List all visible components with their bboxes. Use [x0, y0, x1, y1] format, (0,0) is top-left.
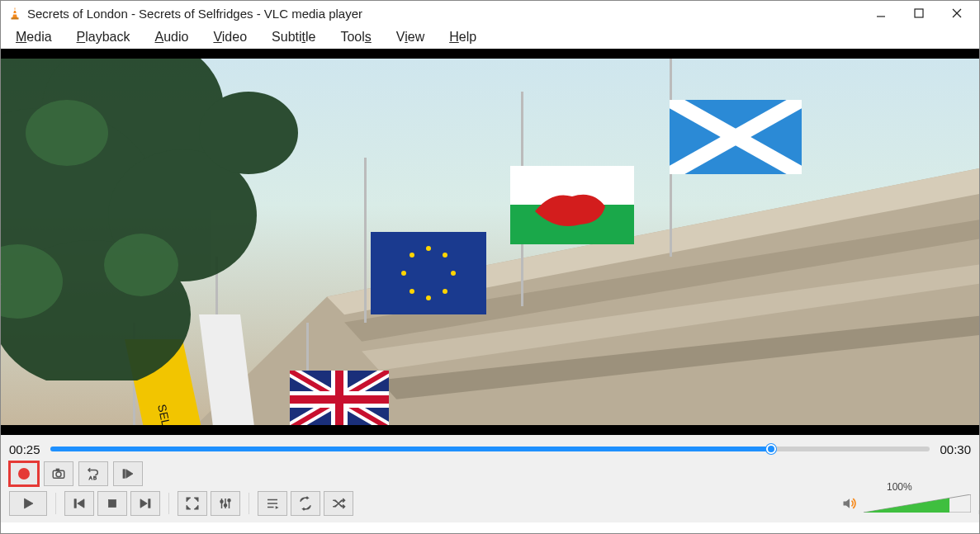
previous-button[interactable]	[64, 491, 94, 516]
shuffle-button[interactable]	[324, 491, 353, 516]
svg-rect-56	[109, 500, 116, 508]
controls-panel: 00:25 00:30 A B	[1, 435, 979, 522]
window-title: Secrets of London - Secrets of Selfridge…	[27, 7, 862, 21]
menu-tools[interactable]: Tools	[340, 30, 371, 45]
svg-point-20	[401, 271, 406, 276]
menubar: Media Playback Audio Video Subtitle Tool…	[1, 26, 979, 49]
frame-step-button[interactable]	[113, 461, 143, 486]
menu-audio[interactable]: Audio	[155, 30, 189, 45]
minimize-button[interactable]	[862, 2, 900, 25]
advanced-toolbar: A B	[9, 461, 971, 486]
svg-rect-54	[74, 499, 76, 508]
loop-ab-button[interactable]: A B	[78, 461, 108, 486]
svg-point-24	[410, 289, 414, 294]
loop-ab-icon: A B	[86, 466, 101, 481]
camera-icon	[51, 466, 66, 481]
extended-settings-button[interactable]	[211, 491, 240, 516]
separator	[249, 493, 249, 514]
svg-marker-57	[140, 499, 147, 508]
titlebar: Secrets of London - Secrets of Selfridge…	[1, 1, 979, 26]
svg-point-44	[26, 100, 108, 166]
menu-video[interactable]: Video	[213, 30, 247, 45]
letterbox-top	[1, 49, 979, 59]
menu-playback[interactable]: Playback	[77, 30, 130, 45]
maximize-button[interactable]	[900, 2, 938, 25]
playlist-button[interactable]	[258, 491, 287, 516]
fullscreen-icon	[185, 496, 200, 511]
frame-step-icon	[121, 466, 135, 481]
svg-rect-58	[149, 499, 150, 508]
elapsed-time: 00:25	[9, 442, 45, 456]
record-button[interactable]	[9, 461, 39, 486]
record-icon	[18, 468, 30, 480]
stop-button[interactable]	[97, 491, 127, 516]
playlist-icon	[265, 496, 280, 511]
next-button[interactable]	[130, 491, 160, 516]
svg-rect-1	[13, 10, 16, 12]
svg-rect-2	[13, 13, 17, 15]
loop-icon	[298, 496, 313, 511]
svg-point-22	[410, 253, 414, 258]
seek-bar[interactable]	[50, 444, 930, 454]
menu-help[interactable]: Help	[449, 30, 476, 45]
equalizer-icon	[218, 496, 233, 511]
svg-marker-68	[276, 506, 279, 509]
svg-rect-51	[123, 470, 125, 479]
svg-rect-34	[290, 395, 389, 404]
mute-toggle[interactable]	[840, 494, 859, 513]
svg-point-62	[220, 500, 223, 503]
svg-point-48	[56, 472, 61, 477]
volume-triangle-icon	[864, 494, 971, 513]
menu-view[interactable]: View	[396, 30, 424, 45]
loop-button[interactable]	[291, 491, 320, 516]
fullscreen-button[interactable]	[178, 491, 207, 516]
vlc-cone-icon	[7, 6, 22, 21]
svg-rect-49	[56, 469, 59, 470]
main-toolbar: 100% ıı	[9, 491, 971, 516]
shuffle-icon	[331, 496, 346, 511]
stop-icon	[105, 496, 120, 511]
svg-point-64	[228, 499, 230, 502]
svg-point-21	[451, 271, 456, 276]
separator	[55, 493, 56, 514]
svg-point-18	[426, 246, 431, 251]
svg-point-63	[225, 504, 227, 507]
svg-rect-0	[12, 17, 19, 19]
skip-next-icon	[138, 496, 153, 511]
close-button[interactable]	[938, 2, 976, 25]
flag-scotland	[670, 100, 802, 174]
total-time: 00:30	[935, 442, 971, 456]
foliage	[1, 59, 397, 380]
skip-previous-icon	[72, 496, 87, 511]
svg-marker-55	[78, 499, 84, 508]
svg-text:A B: A B	[89, 475, 97, 480]
letterbox-bottom	[1, 425, 979, 435]
svg-marker-53	[25, 499, 34, 508]
volume-slider[interactable]: 100% ıı	[864, 491, 971, 516]
play-button[interactable]	[9, 491, 47, 516]
snapshot-button[interactable]	[44, 461, 73, 486]
volume-percent-label: 100%	[887, 481, 912, 493]
menu-media[interactable]: Media	[16, 30, 52, 45]
svg-marker-52	[126, 470, 133, 479]
svg-point-19	[426, 295, 431, 300]
window-controls	[862, 2, 976, 25]
menu-subtitle[interactable]: Subtitle	[272, 30, 315, 45]
speaker-icon	[841, 495, 858, 512]
svg-rect-4	[915, 9, 923, 17]
svg-point-25	[443, 289, 447, 294]
play-icon	[21, 496, 36, 511]
separator	[168, 493, 169, 514]
flag-wales	[510, 166, 634, 244]
video-area[interactable]: SELFRIDGE	[1, 59, 979, 425]
svg-point-23	[443, 253, 447, 258]
svg-point-43	[199, 92, 298, 174]
svg-point-45	[104, 234, 178, 296]
